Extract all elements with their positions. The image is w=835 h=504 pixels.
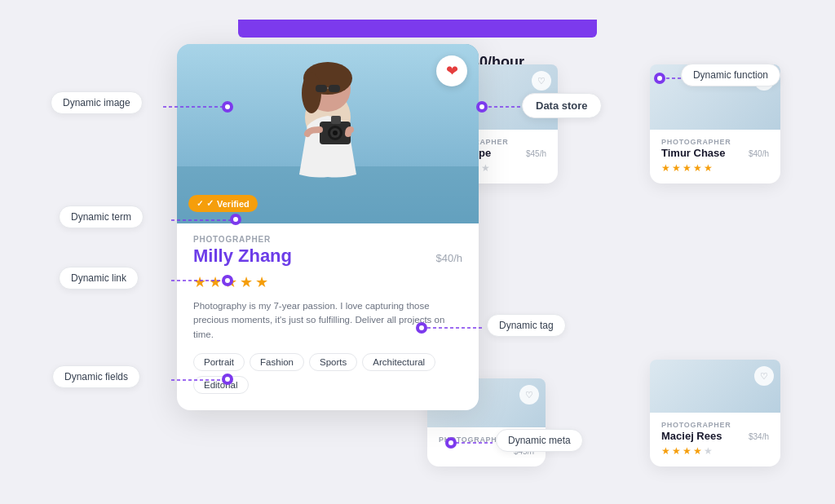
timur-price: $40/h [749,148,769,159]
tag-editorial[interactable]: Editorial [193,376,249,394]
annotation-data-store: Data store [522,93,602,118]
maciej-price: $34/h [749,431,769,442]
svg-point-13 [302,73,321,113]
photographer-name-row: Milly Zhang $40/h [193,245,462,267]
timur-label: PHOTOGRAPHER [661,138,769,146]
tag-fashion[interactable]: Fashion [250,353,304,371]
annotation-dynamic-link: Dynamic link [59,267,139,290]
card-maciej: ♡ PHOTOGRAPHER Maciej Rees $34/h ★ ★ ★ ★… [650,360,780,466]
main-card: ❤ ✓ Verified PHOTOGRAPHER Milly Zhang $4… [177,44,479,410]
maciej-heart[interactable]: ♡ [754,366,774,386]
maciej-stars: ★ ★ ★ ★ ★ [661,445,769,457]
annotation-dynamic-fields: Dynamic fields [52,365,140,388]
annotation-dynamic-term: Dynamic term [59,206,144,228]
star-4: ★ [240,273,253,291]
svg-point-21 [333,130,338,135]
dot-dynamic-link [222,275,233,286]
top-bar [238,20,597,38]
dot-dynamic-tag [416,322,427,334]
main-card-photo: ❤ ✓ Verified [177,44,479,223]
maciej-label: PHOTOGRAPHER [661,421,769,429]
bio-text: Photography is my 7-year passion. I love… [193,299,462,342]
main-card-body: PHOTOGRAPHER Milly Zhang $40/h ★ ★ ★ ★ ★… [177,223,479,394]
maciej-photo: ♡ [650,360,780,413]
star-5: ★ [255,273,268,291]
annotation-dynamic-function: Dynamic function [681,64,780,86]
photographer-name[interactable]: Milly Zhang [193,245,292,267]
star-2: ★ [209,273,222,291]
heart-button[interactable]: ❤ [436,55,467,86]
dot-data-store [476,101,488,113]
svg-rect-15 [329,85,340,92]
tag-portrait[interactable]: Portrait [193,353,245,371]
annotation-dynamic-meta: Dynamic meta [496,429,583,452]
timur-name-row: Timur Chase $40/h [661,147,769,159]
svg-rect-18 [331,116,341,124]
timur-stars: ★ ★ ★ ★ ★ [661,162,769,174]
rian-heart[interactable]: ♡ [532,71,551,91]
rian-price: $45/h [526,148,546,159]
dot-dynamic-fields [222,374,233,385]
maciej-name-row: Maciej Rees $34/h [661,430,769,442]
stars-row: ★ ★ ★ ★ ★ [193,273,462,291]
tags-row: Portrait Fashion Sports Architectural Ed… [193,353,462,394]
bottom-center-heart[interactable]: ♡ [519,385,539,405]
verified-badge: ✓ Verified [188,195,258,212]
dot-dynamic-meta [445,437,457,449]
tag-architectural[interactable]: Architectural [362,353,435,371]
dot-dynamic-function [654,73,665,84]
dot-dynamic-image [222,101,233,113]
maciej-name: Maciej Rees [661,430,722,442]
annotation-dynamic-image: Dynamic image [51,91,143,114]
annotation-dynamic-tag: Dynamic tag [487,314,566,337]
svg-rect-14 [316,85,327,92]
star-1: ★ [193,273,206,291]
scene: tographers from $30/hour [51,20,784,484]
price-display: $40/h [435,249,462,266]
photographer-label: PHOTOGRAPHER [193,235,462,244]
dot-dynamic-term [230,214,241,225]
tag-sports[interactable]: Sports [309,353,357,371]
timur-name: Timur Chase [661,147,726,159]
